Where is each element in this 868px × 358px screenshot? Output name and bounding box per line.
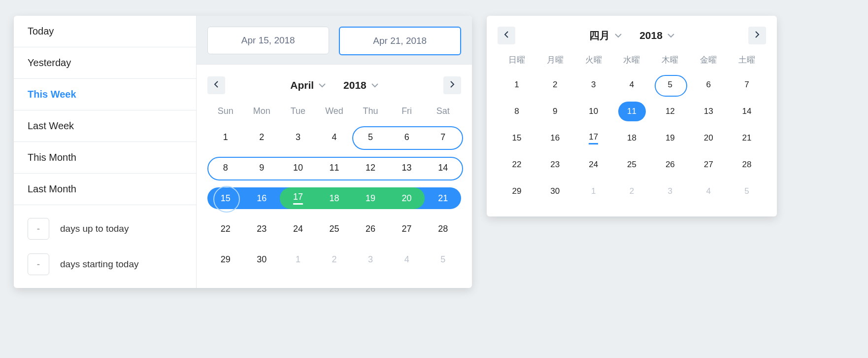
calendar-day[interactable]: 3 xyxy=(651,181,689,202)
calendar-header: 四月 2018 xyxy=(498,27,766,44)
next-month-button[interactable] xyxy=(748,27,766,44)
calendar-day[interactable]: 3 xyxy=(574,74,613,95)
calendar-day[interactable]: 5 xyxy=(352,126,389,148)
calendar-day[interactable]: 29 xyxy=(498,181,536,202)
calendar-day[interactable]: 5 xyxy=(651,74,689,95)
days-up-to-today-row: -days up to today xyxy=(14,211,196,247)
calendar-day[interactable]: 28 xyxy=(425,218,461,240)
calendar-day[interactable]: 11 xyxy=(316,157,353,179)
preset-this-month[interactable]: This Month xyxy=(14,142,196,174)
month-label: April xyxy=(290,79,314,91)
calendar-day[interactable]: 12 xyxy=(352,157,389,179)
calendar-day[interactable]: 22 xyxy=(498,154,536,175)
calendar-day[interactable]: 8 xyxy=(207,157,244,179)
calendar-day[interactable]: 16 xyxy=(536,128,574,148)
calendar-day[interactable]: 21 xyxy=(728,128,766,148)
calendar-day[interactable]: 7 xyxy=(728,74,766,95)
calendar-day[interactable]: 29 xyxy=(207,249,244,270)
calendar-day[interactable]: 26 xyxy=(651,154,689,175)
calendar-day[interactable]: 23 xyxy=(536,154,574,175)
start-date-input[interactable]: Apr 15, 2018 xyxy=(207,27,329,54)
year-select[interactable]: 2018 xyxy=(639,30,674,41)
calendar-day[interactable]: 9 xyxy=(244,157,280,179)
calendar-day[interactable]: 12 xyxy=(651,101,689,122)
calendar-jp: 四月 2018 日曜月曜火曜水曜木曜金曜土曜 1234567 xyxy=(487,16,777,216)
calendar-day[interactable]: 4 xyxy=(689,181,728,202)
calendar-day[interactable]: 9 xyxy=(536,101,574,122)
calendar-day[interactable]: 15 xyxy=(207,187,244,209)
calendar-day[interactable]: 1 xyxy=(280,249,316,270)
prev-month-button[interactable] xyxy=(498,27,515,44)
preset-last-week[interactable]: Last Week xyxy=(14,110,196,142)
calendar-day[interactable]: 1 xyxy=(574,181,613,202)
calendar-day[interactable]: 21 xyxy=(425,187,461,209)
calendar-day[interactable]: 19 xyxy=(651,128,689,148)
calendar-header: April 2018 xyxy=(207,76,461,94)
calendar-day[interactable]: 13 xyxy=(689,101,728,122)
calendar-day[interactable]: 26 xyxy=(352,218,389,240)
preset-last-month[interactable]: Last Month xyxy=(14,174,196,205)
calendar-day[interactable]: 25 xyxy=(613,154,651,175)
preset-this-week[interactable]: This Week xyxy=(14,79,196,110)
calendar-day[interactable]: 5 xyxy=(425,249,461,270)
calendar-day[interactable]: 20 xyxy=(689,128,728,148)
calendar-day[interactable]: 1 xyxy=(207,126,244,148)
calendar-day[interactable]: 3 xyxy=(352,249,389,270)
calendar-week-row: 293012345 xyxy=(498,179,766,204)
calendar-day[interactable]: 4 xyxy=(613,74,651,95)
calendar-day[interactable]: 4 xyxy=(389,249,425,270)
calendar-day[interactable]: 6 xyxy=(689,74,728,95)
weekday-label: Thu xyxy=(352,106,389,116)
calendar-day[interactable]: 2 xyxy=(536,74,574,95)
calendar-day[interactable]: 2 xyxy=(316,249,353,270)
preset-today[interactable]: Today xyxy=(14,16,196,47)
days-count-input[interactable]: - xyxy=(28,253,49,275)
calendar-week-row: 22232425262728 xyxy=(498,152,766,177)
calendar-day[interactable]: 10 xyxy=(280,157,316,179)
year-select[interactable]: 2018 xyxy=(343,79,378,91)
calendar-day[interactable]: 30 xyxy=(244,249,280,270)
calendar-day[interactable]: 2 xyxy=(244,126,280,148)
calendar-day[interactable]: 25 xyxy=(316,218,353,240)
calendar-day[interactable]: 1 xyxy=(498,74,536,95)
calendar-day[interactable]: 14 xyxy=(425,157,461,179)
month-select[interactable]: April xyxy=(290,79,326,91)
end-date-input[interactable]: Apr 21, 2018 xyxy=(339,27,462,55)
prev-month-button[interactable] xyxy=(207,76,225,94)
calendar-day[interactable]: 11 xyxy=(613,101,651,122)
calendar-day[interactable]: 16 xyxy=(244,187,280,209)
calendar-day[interactable]: 10 xyxy=(574,101,613,122)
month-select[interactable]: 四月 xyxy=(589,29,622,42)
calendar-day[interactable]: 8 xyxy=(498,101,536,122)
weekday-label: 金曜 xyxy=(689,54,728,66)
chevron-left-icon xyxy=(503,31,509,40)
calendar-day[interactable]: 2 xyxy=(613,181,651,202)
preset-yesterday[interactable]: Yesterday xyxy=(14,47,196,79)
calendar-day[interactable]: 18 xyxy=(613,128,651,148)
calendar-day[interactable]: 6 xyxy=(389,126,425,148)
calendar-day[interactable]: 5 xyxy=(728,181,766,202)
calendar-day[interactable]: 23 xyxy=(244,218,280,240)
calendar-day[interactable]: 28 xyxy=(728,154,766,175)
days-count-input[interactable]: - xyxy=(28,218,49,240)
calendar-day[interactable]: 17 xyxy=(574,128,613,148)
calendar-day[interactable]: 22 xyxy=(207,218,244,240)
weekday-row: SunMonTueWedThuFriSat xyxy=(207,103,461,119)
calendar-day[interactable]: 4 xyxy=(316,126,353,148)
range-right-pane: Apr 15, 2018 Apr 21, 2018 April xyxy=(197,16,472,288)
calendar-day[interactable]: 13 xyxy=(389,157,425,179)
calendar-day[interactable]: 15 xyxy=(498,128,536,148)
calendar-day[interactable]: 24 xyxy=(280,218,316,240)
calendar-day[interactable]: 24 xyxy=(574,154,613,175)
weekday-row: 日曜月曜火曜水曜木曜金曜土曜 xyxy=(498,51,766,69)
calendar-day[interactable]: 30 xyxy=(536,181,574,202)
calendar-day[interactable]: 7 xyxy=(425,126,461,148)
range-inputs-row: Apr 15, 2018 Apr 21, 2018 xyxy=(197,16,472,65)
chevron-down-icon xyxy=(371,83,378,88)
calendar-day[interactable]: 27 xyxy=(689,154,728,175)
next-month-button[interactable] xyxy=(443,76,461,94)
calendar-week-row: 15161718192021 xyxy=(498,126,766,150)
calendar-day[interactable]: 14 xyxy=(728,101,766,122)
calendar-day[interactable]: 27 xyxy=(389,218,425,240)
calendar-day[interactable]: 3 xyxy=(280,126,316,148)
